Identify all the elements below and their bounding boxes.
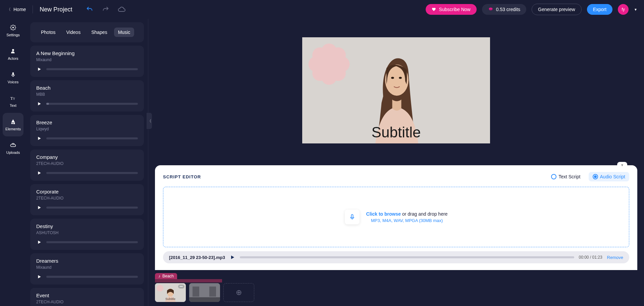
elements-tabs: Photos Videos Shapes Music [30,22,144,42]
svg-point-29 [399,77,402,79]
music-progress-track[interactable] [46,207,138,209]
music-artist: Mixaund [36,265,138,270]
audio-player-bar: [2016_11_29 23-50-23].mp3 00:00 / 01:23 … [163,251,629,263]
tab-photos[interactable]: Photos [37,28,60,37]
music-track-bar[interactable] [155,279,222,282]
microphone-icon [10,71,16,78]
cloud-save-icon[interactable] [118,5,126,13]
music-track-card[interactable]: BeachMBB [30,80,144,112]
back-to-home[interactable]: 〈 Home [7,7,26,12]
svg-marker-7 [11,119,15,122]
music-artist: 2TECH-AUDIO [36,196,138,201]
credits-badge[interactable]: 0.53 credits [482,4,526,15]
music-track-card[interactable]: DreamersMixaund [30,253,144,285]
music-progress-track[interactable] [46,103,138,105]
thumb-menu-icon[interactable]: ••• [178,285,184,289]
canvas-area: Subtitle ▼ SCRIPT EDITOR Text Script Aud… [148,19,644,306]
svg-rect-36 [193,287,199,297]
flower-shape-overlay [308,43,351,86]
music-track-label[interactable]: ♪ Beach [155,273,177,279]
music-play-button[interactable] [36,101,42,107]
music-progress-track[interactable] [46,172,138,174]
music-artist: 2TECH-AUDIO [36,300,138,304]
music-track-card[interactable]: DestinyASHUTOSH [30,219,144,250]
radio-icon [551,174,556,179]
video-preview[interactable]: Subtitle [302,37,490,143]
music-list[interactable]: A New BeginningMixaundBeachMBBBreezeLiqw… [26,46,148,306]
browse-link[interactable]: Click to browse [366,211,401,217]
music-title: Breeze [36,120,138,125]
music-play-button[interactable] [36,135,42,141]
music-progress-track[interactable] [46,276,138,278]
subscribe-button[interactable]: Subscribe Now [426,4,477,15]
music-artist: 2TECH-AUDIO [36,161,138,166]
rail-settings[interactable]: Settings [0,19,26,42]
audio-script-label: Audio Script [600,174,625,179]
gear-icon [10,24,16,31]
play-icon [37,240,42,245]
text-script-label: Text Script [558,174,580,179]
music-play-button[interactable] [36,205,42,211]
music-progress-track[interactable] [46,241,138,243]
undo-button[interactable] [86,5,94,13]
subtitle-overlay[interactable]: Subtitle [372,124,421,141]
audio-remove-link[interactable]: Remove [607,255,623,260]
rail-voices[interactable]: Voices [0,66,26,89]
rail-actors[interactable]: Actors [0,42,26,66]
collapse-editor-button[interactable]: ▼ [617,162,627,168]
collapse-panel-button[interactable]: 〈 [147,113,152,129]
redo-button[interactable] [102,5,110,13]
user-avatar[interactable]: fy [618,4,629,15]
music-play-button[interactable] [36,66,42,72]
music-play-button[interactable] [36,170,42,176]
plus-icon: ⊕ [236,288,242,297]
tab-videos[interactable]: Videos [62,28,85,37]
text-script-toggle[interactable]: Text Script [547,172,584,181]
music-title: A New Beginning [36,50,138,56]
scene-thumb-2[interactable] [189,283,220,302]
rail-text[interactable]: TT Text [0,89,26,113]
svg-rect-9 [13,123,15,124]
add-scene-button[interactable]: ⊕ [223,283,254,302]
audio-script-toggle[interactable]: Audio Script [589,172,629,181]
side-panel: Photos Videos Shapes Music A New Beginni… [26,19,148,306]
coins-icon [488,7,493,12]
generate-preview-button[interactable]: Generate preview [532,4,582,15]
music-play-button[interactable] [36,274,42,280]
play-icon [230,255,235,260]
music-title: Destiny [36,223,138,229]
preview-label: Generate preview [538,7,575,12]
music-title: Dreamers [36,258,138,264]
audio-progress-track[interactable] [240,256,574,258]
svg-point-28 [391,77,394,79]
music-title: Corporate [36,189,138,194]
rail-elements[interactable]: Elements [3,113,23,136]
audio-filename: [2016_11_29 23-50-23].mp3 [169,255,225,260]
music-track-card[interactable]: BreezeLiqwyd [30,115,144,146]
music-progress-track[interactable] [46,68,138,70]
svg-text:T: T [10,96,13,101]
music-track-card[interactable]: Corporate2TECH-AUDIO [30,184,144,215]
editor-title: SCRIPT EDITOR [163,174,201,179]
tab-shapes[interactable]: Shapes [87,28,111,37]
scene-thumb-1[interactable]: ••• Subtitle [155,283,186,302]
export-button[interactable]: Export [587,4,612,15]
rail-elements-label: Elements [5,127,21,131]
music-track-card[interactable]: Event2TECH-AUDIO [30,288,144,306]
svg-rect-38 [189,297,220,302]
user-menu-chevron[interactable]: ▼ [634,8,637,11]
formats-label: MP3, M4A, WAV, MPGA (30MB max) [366,218,448,223]
svg-point-33 [157,285,163,292]
rail-uploads[interactable]: Uploads [0,136,26,160]
project-title[interactable]: New Project [40,6,72,13]
music-track-card[interactable]: Company2TECH-AUDIO [30,149,144,181]
music-play-button[interactable] [36,239,42,245]
thumb-subtitle: Subtitle [155,297,186,301]
audio-dropzone[interactable]: Click to browse or drag and drop here MP… [163,187,629,247]
svg-text:T: T [13,97,15,100]
music-progress-track[interactable] [46,137,138,139]
audio-play-button[interactable] [230,255,235,260]
tab-music[interactable]: Music [114,28,135,37]
music-track-card[interactable]: A New BeginningMixaund [30,46,144,77]
svg-marker-12 [38,137,41,140]
